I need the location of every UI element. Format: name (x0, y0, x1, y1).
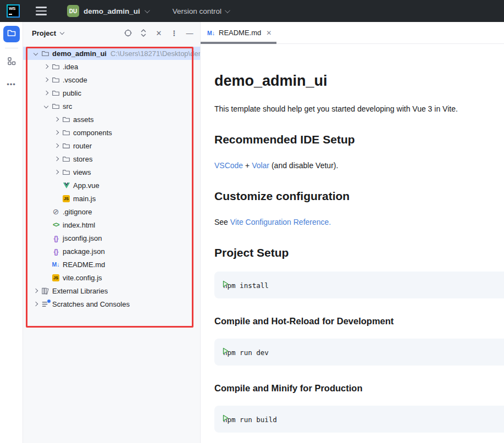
vue-file-icon (62, 181, 71, 190)
tree-item-label: public (63, 89, 81, 97)
tree-item-idea[interactable]: .idea (23, 60, 200, 73)
chevron-right-icon[interactable] (52, 128, 62, 137)
structure-tool-window-button[interactable] (3, 54, 20, 70)
tree-item-views[interactable]: views (23, 165, 200, 179)
markdown-file-icon: M↓ (51, 260, 60, 269)
tree-item-jsconfig-json[interactable]: {} jsconfig.json (23, 231, 200, 245)
tree-item-main-js[interactable]: JS main.js (23, 192, 200, 205)
scratches-icon (41, 300, 50, 309)
json-file-icon: {} (51, 234, 60, 243)
heading-compile-minify: Compile and Minify for Production (214, 383, 504, 394)
tree-item-label: .idea (63, 63, 78, 71)
tree-item-index-html[interactable]: <> index.html (23, 218, 200, 231)
tree-item-label: package.json (63, 247, 105, 256)
tree-item-label: src (63, 102, 72, 110)
project-tool-window-button[interactable] (3, 26, 20, 42)
chevron-right-icon[interactable] (31, 286, 41, 296)
tree-item-scratches-and-consoles[interactable]: Scratches and Consoles (23, 297, 200, 311)
tree-item-stores[interactable]: stores (23, 152, 200, 165)
tree-item-label: README.md (63, 261, 105, 269)
more-tool-windows-icon[interactable]: ••• (7, 80, 16, 88)
project-selector[interactable]: DU demo_admin_ui (64, 3, 152, 19)
tree-item-public[interactable]: public (23, 86, 200, 99)
project-panel: Project ✕ ⋮ — (23, 22, 201, 443)
rail-divider (5, 48, 18, 48)
tree-item-path: C:\Users\18271\Desktop\dem (110, 49, 200, 58)
ide-rest-text: (and disable Vetur). (269, 161, 338, 170)
tree-item-label: .vscode (63, 76, 87, 84)
vscode-link[interactable]: VSCode (214, 161, 243, 170)
folder-icon (7, 28, 16, 40)
options-kebab-icon[interactable]: ⋮ (169, 28, 179, 38)
run-command-icon[interactable] (223, 280, 229, 290)
tree-item-readme-md[interactable]: M↓ README.md (23, 258, 200, 271)
tree-item-external-libraries[interactable]: External Libraries (23, 284, 200, 297)
collapse-all-icon[interactable]: ✕ (154, 28, 164, 38)
volar-link[interactable]: Volar (252, 161, 269, 170)
chevron-down-icon[interactable] (31, 48, 41, 58)
chevron-right-icon[interactable] (31, 299, 41, 309)
tree-item-src[interactable]: src (23, 99, 200, 113)
webstorm-logo-icon: WS (7, 4, 20, 18)
tree-item-label: stores (73, 155, 92, 163)
expand-collapse-icon[interactable] (139, 28, 148, 38)
tree-item-assets[interactable]: assets (23, 113, 200, 126)
chevron-down-icon[interactable] (41, 101, 51, 111)
code-text: npm run build (223, 416, 277, 424)
close-tab-icon[interactable]: ✕ (266, 29, 272, 37)
folder-icon (62, 128, 71, 137)
chevron-right-icon[interactable] (52, 141, 62, 151)
project-tree: demo_admin_ui C:\Users\18271\Desktop\dem… (23, 44, 200, 443)
version-control-widget[interactable]: Version control (169, 5, 232, 18)
project-avatar: DU (67, 5, 79, 17)
tree-item-gitignore[interactable]: ⊘ .gitignore (23, 205, 200, 218)
ide-sep-text: + (243, 161, 252, 170)
tree-item-router[interactable]: router (23, 139, 200, 152)
chevron-right-icon[interactable] (52, 167, 62, 177)
markdown-preview: demo_admin_ui This template should help … (201, 44, 504, 443)
code-block-npm-install: npm install (214, 272, 504, 298)
folder-icon (41, 49, 50, 58)
chevron-right-icon[interactable] (52, 114, 62, 124)
clock-badge-icon (47, 299, 51, 303)
readme-title: demo_admin_ui (214, 73, 504, 90)
tab-readme-md[interactable]: M↓ README.md ✕ (201, 22, 279, 43)
tree-item-components[interactable]: components (23, 126, 200, 139)
tree-item-label: index.html (63, 221, 95, 229)
folder-icon (62, 115, 71, 124)
chevron-right-icon[interactable] (52, 154, 62, 164)
tree-item-vite-config-js[interactable]: JS vite.config.js (23, 271, 200, 284)
javascript-file-icon: JS (51, 273, 60, 283)
hide-panel-icon[interactable]: — (185, 28, 195, 38)
tree-item-package-json[interactable]: {} package.json (23, 245, 200, 258)
heading-project-setup: Project Setup (214, 246, 504, 259)
chevron-down-icon (145, 8, 150, 13)
version-control-label: Version control (173, 7, 221, 15)
tree-item-app-vue[interactable]: App.vue (23, 179, 200, 192)
folder-icon (51, 75, 60, 85)
html-file-icon: <> (51, 220, 60, 230)
tree-item-demo-admin-ui[interactable]: demo_admin_ui C:\Users\18271\Desktop\dem (23, 47, 200, 60)
main-window-header: WS DU demo_admin_ui Version control (0, 0, 504, 22)
chevron-right-icon[interactable] (41, 75, 51, 85)
heading-customize-configuration: Customize configuration (214, 190, 504, 203)
run-command-icon[interactable] (223, 347, 229, 357)
project-panel-title[interactable]: Project (32, 29, 56, 37)
tree-item-label: main.js (73, 195, 96, 203)
locate-file-icon[interactable] (123, 28, 133, 38)
code-text: npm run dev (223, 348, 269, 357)
folder-icon (51, 62, 60, 71)
tree-item-label: Scratches and Consoles (52, 300, 130, 308)
tree-item-label: components (73, 129, 112, 137)
chevron-right-icon[interactable] (41, 62, 51, 71)
chevron-right-icon[interactable] (41, 88, 51, 98)
libraries-icon (41, 286, 50, 296)
tree-item-vscode[interactable]: .vscode (23, 73, 200, 86)
tree-item-label: .gitignore (63, 208, 92, 216)
structure-icon (7, 56, 16, 68)
run-command-icon[interactable] (223, 414, 229, 424)
ide-setup-line: VSCode + Volar (and disable Vetur). (214, 161, 504, 170)
vite-config-reference-link[interactable]: Vite Configuration Reference. (230, 218, 331, 226)
editor-tab-bar: M↓ README.md ✕ (201, 22, 504, 44)
main-menu-hamburger-icon[interactable] (31, 3, 52, 19)
